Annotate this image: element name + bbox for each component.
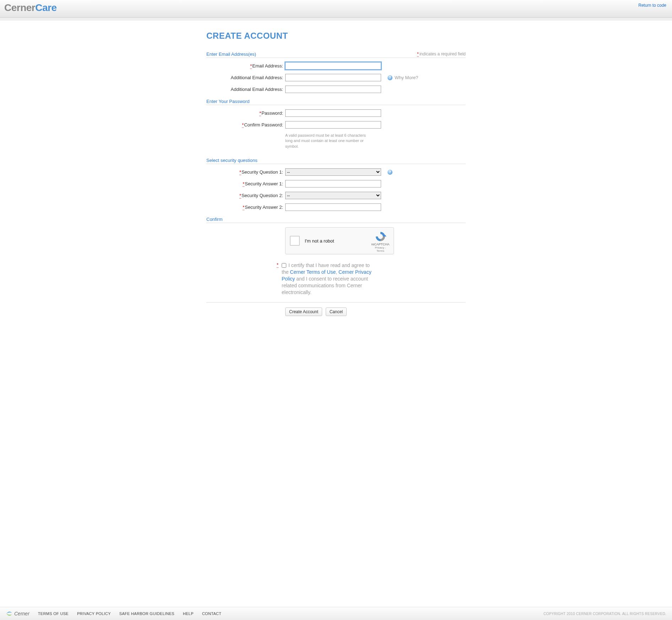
brand-part-1: Cerner — [4, 2, 35, 13]
additional-email-2-input[interactable] — [285, 86, 381, 93]
page-title: CREATE ACCOUNT — [206, 31, 466, 41]
required-field-note: *indicates a required field — [417, 51, 466, 56]
security-answer-2-label: *Security Answer 2: — [206, 205, 285, 210]
recaptcha-icon — [374, 231, 386, 242]
password-hint: A valid password must be at least 6 char… — [285, 133, 367, 149]
recaptcha-privacy-terms: Privacy - Terms — [371, 246, 390, 252]
asterisk-icon: * — [277, 262, 278, 268]
email-input[interactable] — [285, 62, 381, 70]
cancel-button[interactable]: Cancel — [326, 308, 347, 316]
confirm-password-label: *Confirm Password: — [206, 122, 285, 127]
security-question-1-label: *Security Question 1: — [206, 169, 285, 175]
terms-of-use-link[interactable]: Cerner Terms of Use — [290, 269, 336, 275]
security-question-1-select[interactable]: -- — [285, 168, 381, 176]
security-question-2-select[interactable]: -- — [285, 192, 381, 199]
create-account-button[interactable]: Create Account — [285, 308, 322, 316]
section-divider — [206, 164, 466, 164]
divider-stripe — [0, 17, 672, 20]
email-label: *Email Address: — [206, 63, 285, 69]
asterisk-icon: * — [239, 193, 241, 198]
confirm-password-input[interactable] — [285, 121, 381, 129]
additional-email-1-input[interactable] — [285, 74, 381, 81]
asterisk-icon: * — [239, 169, 241, 175]
section-confirm-legend: Confirm — [206, 217, 466, 222]
section-divider — [206, 302, 466, 303]
top-bar: CernerCare Return to code — [0, 0, 672, 17]
consent-text: I certify that I have read and agree to … — [282, 262, 377, 295]
brand-part-2: Care — [35, 2, 56, 13]
return-to-code-link[interactable]: Return to code — [638, 3, 666, 8]
asterisk-icon: * — [250, 63, 252, 69]
brand-logo: CernerCare — [4, 2, 57, 13]
security-answer-1-input[interactable] — [285, 180, 381, 187]
section-password-legend: Enter Your Password — [206, 99, 466, 104]
asterisk-icon: * — [243, 181, 244, 187]
section-security-legend: Select security questions — [206, 158, 466, 163]
password-input[interactable] — [285, 109, 381, 117]
section-divider — [206, 105, 466, 105]
help-icon[interactable] — [388, 75, 392, 80]
form-container: CREATE ACCOUNT *indicates a required fie… — [206, 31, 466, 316]
recaptcha-widget[interactable]: I'm not a robot reCAPTCHA Privacy - Term… — [285, 227, 394, 254]
recaptcha-brand-text: reCAPTCHA — [371, 243, 390, 246]
security-answer-1-label: *Security Answer 1: — [206, 181, 285, 186]
help-icon[interactable] — [388, 170, 392, 175]
security-answer-2-input[interactable] — [285, 203, 381, 211]
additional-email-2-label: Additional Email Address: — [206, 87, 285, 92]
asterisk-icon: * — [242, 122, 244, 128]
asterisk-icon: * — [243, 205, 244, 210]
asterisk-icon: * — [259, 110, 261, 116]
section-divider — [206, 223, 466, 223]
additional-email-1-label: Additional Email Address: — [206, 75, 285, 80]
security-question-2-label: *Security Question 2: — [206, 193, 285, 198]
recaptcha-label: I'm not a robot — [305, 238, 334, 244]
password-label: *Password: — [206, 110, 285, 116]
why-more-link[interactable]: Why More? — [395, 75, 418, 80]
consent-block: * I certify that I have read and agree t… — [282, 262, 377, 295]
section-divider — [206, 58, 466, 58]
recaptcha-checkbox[interactable] — [290, 236, 300, 246]
consent-checkbox[interactable] — [282, 263, 286, 268]
asterisk-icon: * — [417, 51, 419, 57]
recaptcha-badge: reCAPTCHA Privacy - Terms — [371, 231, 390, 252]
